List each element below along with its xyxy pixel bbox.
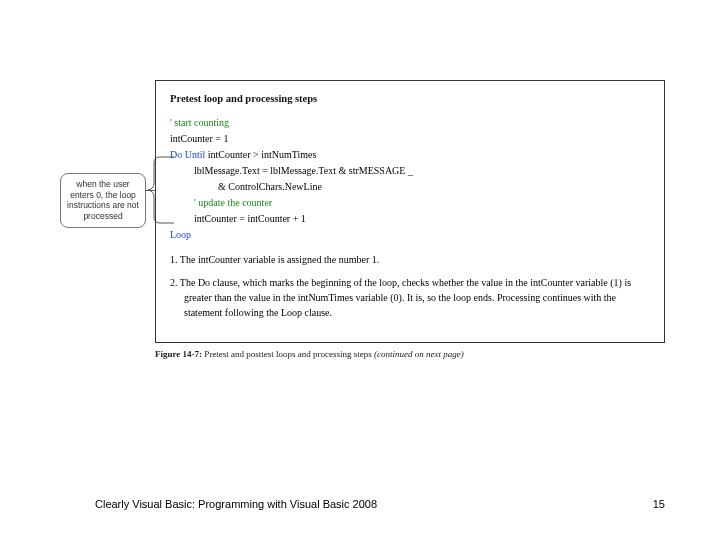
callout-text: when the user enters 0, the loop instruc… xyxy=(67,179,139,221)
figure-container: Pretest loop and processing steps ' star… xyxy=(155,80,665,359)
code-line-init: intCounter = 1 xyxy=(170,131,650,146)
code-line-msg2: & ControlChars.NewLine xyxy=(218,179,650,194)
step-2-text: The Do clause, which marks the beginning… xyxy=(180,277,631,318)
caption-continued: (continued on next page) xyxy=(374,349,464,359)
keyword-do-until: Do Until xyxy=(170,149,205,160)
caption-text: Pretest and posttest loops and processin… xyxy=(202,349,374,359)
caption-label: Figure 14-7: xyxy=(155,349,202,359)
code-line-incr: intCounter = intCounter + 1 xyxy=(194,211,650,226)
code-do-condition: intCounter > intNumTimes xyxy=(205,149,316,160)
keyword-loop: Loop xyxy=(170,227,650,242)
step-1: 1. The intCounter variable is assigned t… xyxy=(170,252,650,267)
step-2-num: 2. xyxy=(170,277,178,288)
code-comment-start: ' start counting xyxy=(170,115,650,130)
step-list: 1. The intCounter variable is assigned t… xyxy=(170,252,650,320)
step-1-num: 1. xyxy=(170,254,178,265)
code-line-msg1: lblMessage.Text = lblMessage.Text & strM… xyxy=(194,163,650,178)
code-line-do: Do Until intCounter > intNumTimes xyxy=(170,147,650,162)
step-2: 2. The Do clause, which marks the beginn… xyxy=(170,275,650,320)
step-1-text: The intCounter variable is assigned the … xyxy=(180,254,379,265)
figure-heading: Pretest loop and processing steps xyxy=(170,91,650,107)
figure-box: Pretest loop and processing steps ' star… xyxy=(155,80,665,343)
figure-caption: Figure 14-7: Pretest and posttest loops … xyxy=(155,349,665,359)
callout-box: when the user enters 0, the loop instruc… xyxy=(60,173,146,228)
footer-source: Clearly Visual Basic: Programming with V… xyxy=(95,498,377,510)
code-comment-update: ' update the counter xyxy=(194,195,650,210)
page-number: 15 xyxy=(653,498,665,510)
